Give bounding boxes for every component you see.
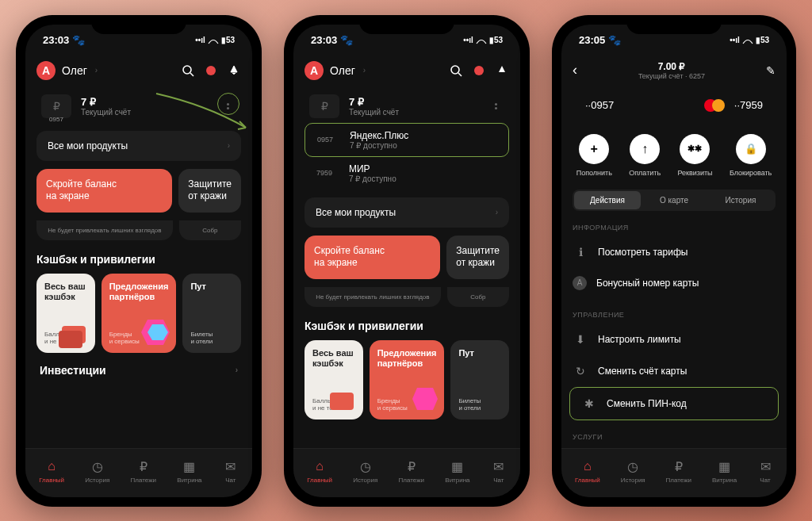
tab-payments[interactable]: ₽Платежи <box>666 458 691 484</box>
seg-actions[interactable]: Действия <box>574 191 641 209</box>
swap-icon: ↻ <box>573 363 588 379</box>
action-block[interactable]: 🔒Блокировать <box>730 134 772 177</box>
alpha-icon: А <box>573 276 587 290</box>
row-change-account[interactable]: ↻Сменить счёт карты <box>561 355 787 387</box>
cashback-card-1[interactable]: Весь ваш кэшбэк Баллы, мили и не только <box>36 274 95 353</box>
screen-2: 23:03🐾 ••ıl▮53 А Олег › ₽ 7 ₽ Текущий сч… <box>293 25 520 497</box>
all-products-button[interactable]: Все мои продукты› <box>304 197 509 228</box>
asterisk-icon: ✱ <box>581 396 597 412</box>
banner-protect[interactable]: Защититеот кражи <box>446 236 509 279</box>
row-tariffs[interactable]: ℹПосмотреть тарифы <box>561 236 787 268</box>
banner-hide-balance[interactable]: Скройте балансна экране <box>36 169 172 213</box>
group-manage-title: УПРАВЛЕНИЕ <box>561 298 787 324</box>
screen-3: 23:05🐾 ••ıl▮53 ‹ 7.00 ₽ Текущий счёт · 6… <box>561 25 787 497</box>
search-icon[interactable] <box>449 63 463 78</box>
segment-bar: Действия О карте История <box>573 190 776 211</box>
record-icon[interactable] <box>206 66 216 75</box>
all-products-button[interactable]: Все мои продукты › <box>36 131 241 161</box>
phone-frame-2: 23:03🐾 ••ıl▮53 А Олег › ₽ 7 ₽ Текущий сч… <box>284 15 530 507</box>
ruble-icon: ₽ <box>309 94 339 118</box>
row-change-pin[interactable]: ✱Сменить ПИН-код <box>569 387 779 420</box>
notch <box>626 15 722 34</box>
card-numbers-row[interactable]: ··0957 ··7959 <box>561 85 787 126</box>
chevron-right-icon: › <box>228 141 230 150</box>
collapse-button[interactable] <box>487 98 504 115</box>
arrow-up-icon: ↑ <box>630 134 660 164</box>
tab-home[interactable]: ⌂Главный <box>307 458 332 484</box>
cashback-card-1[interactable]: Весь ваш кэшбэк Баллы, мили и не только <box>304 340 363 419</box>
edit-button[interactable]: ✎ <box>766 64 776 77</box>
paw-icon: 🐾 <box>72 34 85 46</box>
username[interactable]: Олег <box>62 64 87 77</box>
status-icons: ••ıl▮53 <box>195 36 235 44</box>
card-mir[interactable]: 7959 МИР7 ₽ доступно <box>304 157 509 190</box>
tab-history[interactable]: ◷История <box>353 458 377 484</box>
tab-home[interactable]: ⌂Главный <box>39 458 64 484</box>
phone-frame-1: 23:03🐾 ••ıl▮53 А Олег › ₽0957 <box>16 15 262 507</box>
cashback-card-3[interactable]: Пут Билеты и отели <box>182 274 241 353</box>
tab-showcase[interactable]: ▦Витрина <box>177 458 201 484</box>
balance-amount: 7 ₽ <box>81 96 131 108</box>
investments-row[interactable]: Инвестиции› <box>36 353 241 388</box>
svg-line-1 <box>190 73 193 76</box>
tab-chat[interactable]: ✉Чат <box>491 458 507 484</box>
seg-about[interactable]: О карте <box>641 191 707 209</box>
tab-bar: ⌂Главный ◷История ₽Платежи ▦Витрина ✉Чат <box>561 448 787 497</box>
logo-icon[interactable]: А <box>304 61 324 80</box>
chevron-right-icon: › <box>95 66 98 75</box>
asterisk-icon: ✱✱ <box>680 134 710 164</box>
card-account-sub: Текущий счёт · 6257 <box>577 72 766 80</box>
cashback-card-2[interactable]: Предложения партнёров Бренды и сервисы <box>102 274 177 353</box>
gauge-icon: ⬇ <box>573 331 588 347</box>
balance-row[interactable]: ₽0957 7 ₽ Текущий счёт <box>36 88 241 123</box>
card-amount: 7.00 ₽ <box>577 61 766 72</box>
clock-icon: ◷ <box>90 458 105 474</box>
record-icon[interactable] <box>474 66 484 75</box>
cashback-card-2[interactable]: Предложения партнёров Бренды и сервисы <box>370 340 445 419</box>
action-pay[interactable]: ↑Оплатить <box>629 134 661 177</box>
chat-icon: ✉ <box>223 458 239 474</box>
notch <box>91 15 186 34</box>
svg-point-6 <box>451 66 459 74</box>
group-services-title: УСЛУГИ <box>561 420 787 446</box>
tab-history[interactable]: ◷История <box>85 458 109 484</box>
app-header: А Олег › <box>293 56 520 88</box>
tab-chat[interactable]: ✉Чат <box>757 458 773 484</box>
banner-protect[interactable]: Защититеот кражи <box>178 169 241 213</box>
banner-foot-1: Не будет привлекать лишних взглядов <box>36 220 173 240</box>
svg-rect-3 <box>59 331 82 348</box>
action-details[interactable]: ✱✱Реквизиты <box>677 134 712 177</box>
tab-bar: ⌂Главный ◷История ₽Платежи ▦Витрина ✉Чат <box>293 448 520 497</box>
tab-chat[interactable]: ✉Чат <box>223 458 239 484</box>
svg-line-7 <box>458 73 462 76</box>
app-header: А Олег › <box>25 56 252 88</box>
tab-showcase[interactable]: ▦Витрина <box>712 458 737 484</box>
seg-history[interactable]: История <box>707 191 774 209</box>
username[interactable]: Олег <box>330 64 355 77</box>
lock-icon: 🔒 <box>736 134 766 164</box>
cashback-title: Кэшбэк и привилегии <box>36 253 241 266</box>
highlight-circle <box>217 93 239 115</box>
banner-hide-balance[interactable]: Скройте балансна экране <box>304 236 440 279</box>
notch <box>359 15 454 34</box>
tab-payments[interactable]: ₽Платежи <box>399 458 424 484</box>
row-limits[interactable]: ⬇Настроить лимиты <box>561 324 787 355</box>
card-yandex-plus[interactable]: 0957 Яндекс.Плюс7 ₽ доступно <box>304 123 509 157</box>
action-topup[interactable]: +Пополнить <box>576 134 612 177</box>
tab-payments[interactable]: ₽Платежи <box>131 458 156 484</box>
row-bonus-number[interactable]: АБонусный номер карты <box>561 268 787 298</box>
tab-bar: ⌂Главный ◷История ₽Платежи ▦Витрина ✉Чат <box>25 448 252 497</box>
all-products-label: Все мои продукты <box>48 140 128 151</box>
search-icon[interactable] <box>181 63 195 78</box>
bell-icon[interactable] <box>495 63 509 78</box>
home-icon: ⌂ <box>44 458 59 474</box>
tab-home[interactable]: ⌂Главный <box>575 458 600 484</box>
info-icon: ℹ <box>573 244 588 260</box>
tab-showcase[interactable]: ▦Витрина <box>445 458 469 484</box>
logo-icon[interactable]: А <box>36 61 56 80</box>
cashback-card-3[interactable]: Пут Билеты и отели <box>450 340 509 419</box>
ruble-icon: ₽ <box>136 458 151 474</box>
balance-row[interactable]: ₽ 7 ₽ Текущий счёт <box>304 88 509 123</box>
bell-icon[interactable] <box>227 63 241 78</box>
tab-history[interactable]: ◷История <box>621 458 645 484</box>
